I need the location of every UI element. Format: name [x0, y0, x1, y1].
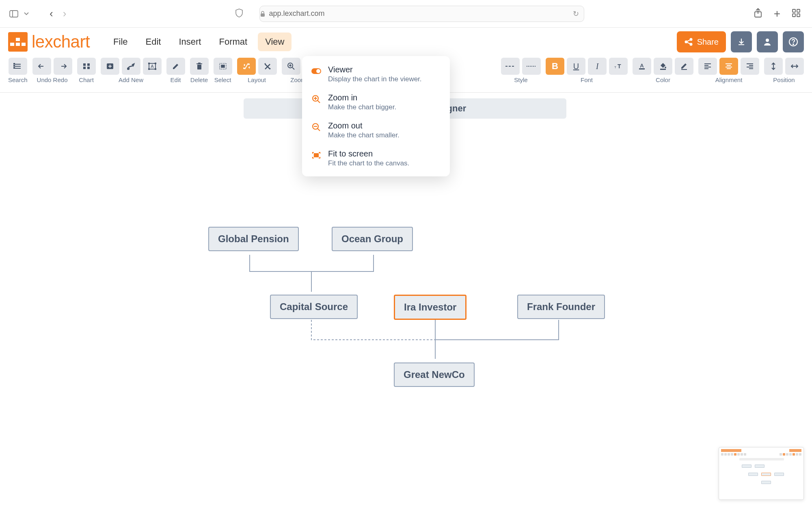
minimap[interactable] [719, 447, 804, 500]
menu-format[interactable]: Format [212, 33, 255, 51]
border-color-tool[interactable] [675, 58, 693, 75]
select-tool[interactable] [214, 58, 232, 75]
svg-rect-22 [83, 63, 86, 66]
search-tool[interactable] [9, 58, 27, 75]
zoom-in-tool[interactable] [282, 58, 300, 75]
svg-marker-30 [132, 64, 134, 66]
node-great-newco[interactable]: Great NewCo [394, 363, 475, 387]
position-v-tool[interactable] [764, 58, 783, 75]
node-capital-source[interactable]: Capital Source [270, 295, 358, 319]
help-button[interactable] [783, 31, 804, 52]
svg-rect-39 [198, 63, 201, 63]
bold-tool[interactable]: B [546, 58, 564, 75]
share-label: Share [697, 37, 719, 47]
add-box-tool[interactable] [101, 58, 119, 75]
align-right-tool[interactable] [741, 58, 759, 75]
select-label: Select [214, 76, 231, 83]
svg-point-29 [127, 68, 129, 69]
svg-line-49 [292, 67, 294, 69]
dropdown-fit-screen[interactable]: Fit to screen Fit the chart to the canva… [302, 144, 450, 172]
menu-file[interactable]: File [106, 33, 135, 51]
menubar: File Edit Insert Format View [106, 33, 292, 51]
browser-toolbar: ‹ › app.lexchart.com ↻ + [0, 0, 812, 28]
svg-point-13 [766, 39, 769, 42]
font-size-tool[interactable]: TT [609, 58, 628, 75]
align-center-tool[interactable] [719, 58, 738, 75]
svg-rect-62 [660, 69, 666, 70]
text-color-tool[interactable]: A [633, 58, 651, 75]
svg-text:A: A [640, 63, 644, 69]
add-text-tool[interactable]: A [143, 58, 162, 75]
svg-rect-24 [83, 67, 86, 69]
svg-line-12 [687, 42, 690, 44]
undo-tool[interactable] [32, 58, 51, 75]
node-global-pension[interactable]: Global Pension [208, 227, 299, 251]
address-bar[interactable]: app.lexchart.com ↻ [259, 6, 584, 22]
svg-point-34 [155, 63, 156, 64]
svg-text:T: T [614, 65, 616, 69]
svg-point-43 [248, 64, 249, 65]
node-frank-founder[interactable]: Frank Founder [517, 295, 605, 319]
privacy-shield-icon[interactable] [235, 8, 243, 20]
chevron-down-icon[interactable] [23, 8, 30, 20]
menu-edit[interactable]: Edit [138, 33, 168, 51]
addnew-label: Add New [119, 76, 143, 83]
node-ocean-group[interactable]: Ocean Group [332, 227, 413, 251]
svg-text:T: T [618, 63, 621, 69]
logo-text: lexchart [32, 32, 90, 52]
delete-tool[interactable] [190, 58, 209, 75]
menu-insert[interactable]: Insert [171, 33, 208, 51]
view-dropdown: Viewer Display the chart in the viewer. … [302, 56, 450, 176]
new-tab-icon[interactable]: + [774, 7, 780, 20]
svg-rect-85 [314, 154, 318, 157]
download-button[interactable] [731, 31, 752, 52]
svg-rect-63 [681, 69, 687, 70]
fill-color-tool[interactable] [654, 58, 672, 75]
svg-rect-60 [639, 68, 645, 69]
dropdown-zoom-out[interactable]: Zoom out Make the chart smaller. [302, 116, 450, 144]
style-dashed-tool[interactable] [501, 58, 520, 75]
back-button[interactable]: ‹ [50, 7, 53, 20]
svg-rect-4 [793, 9, 795, 12]
position-label: Position [773, 76, 795, 83]
forward-button: › [63, 7, 67, 20]
style-dotted-tool[interactable] [522, 58, 541, 75]
logo-mark-icon [8, 32, 28, 52]
position-h-tool[interactable] [785, 58, 804, 75]
search-label: Search [8, 76, 28, 83]
menu-view[interactable]: View [258, 33, 292, 51]
refresh-icon[interactable]: ↻ [573, 9, 579, 18]
tabs-overview-icon[interactable] [792, 9, 801, 19]
svg-point-61 [665, 67, 666, 68]
node-ira-investor[interactable]: Ira Investor [394, 295, 466, 320]
svg-point-35 [148, 69, 149, 70]
sidebar-toggle-icon[interactable] [8, 8, 19, 20]
svg-point-15 [793, 44, 794, 45]
svg-point-42 [244, 68, 244, 69]
svg-rect-6 [793, 14, 795, 17]
account-button[interactable] [757, 31, 778, 52]
redo-tool[interactable] [54, 58, 72, 75]
svg-rect-20 [14, 65, 15, 66]
underline-tool[interactable]: U [567, 58, 585, 75]
dropdown-zoom-in[interactable]: Zoom in Make the chart bigger. [302, 88, 450, 116]
style-label: Style [514, 76, 527, 83]
dropdown-viewer[interactable]: Viewer Display the chart in the viewer. [302, 60, 450, 88]
svg-rect-7 [797, 14, 800, 17]
svg-rect-5 [797, 9, 800, 12]
chart-tool[interactable] [77, 58, 96, 75]
add-connector-tool[interactable] [122, 58, 140, 75]
logo[interactable]: lexchart [8, 32, 90, 52]
fit-screen-icon [311, 150, 322, 161]
share-icon[interactable] [754, 8, 762, 20]
chart-label: Chart [79, 76, 94, 83]
svg-rect-19 [14, 63, 15, 64]
align-left-tool[interactable] [698, 58, 717, 75]
italic-tool[interactable]: I [588, 58, 607, 75]
share-button[interactable]: Share [677, 31, 726, 52]
svg-rect-2 [261, 13, 265, 17]
layout-auto-tool[interactable] [237, 58, 256, 75]
svg-text:A: A [151, 64, 154, 69]
layout-manual-tool[interactable] [258, 58, 277, 75]
edit-tool[interactable] [166, 58, 185, 75]
